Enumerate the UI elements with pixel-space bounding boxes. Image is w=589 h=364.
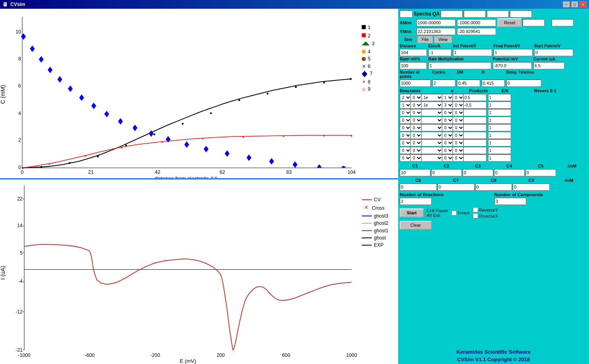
- r1-select-3[interactable]: 0 1 2 3: [400, 109, 412, 116]
- ek-input-3[interactable]: [463, 109, 486, 116]
- p2-select-4[interactable]: 0 1: [453, 117, 465, 124]
- e-select-3[interactable]: 1e 2e: [421, 109, 443, 116]
- reset-button[interactable]: Reset: [498, 18, 522, 27]
- spectra-checkbox-input[interactable]: [400, 10, 412, 18]
- e-select-8[interactable]: 1e 2e: [421, 147, 443, 154]
- start-button[interactable]: Start: [400, 208, 424, 217]
- reversey-checkbox[interactable]: [473, 207, 478, 212]
- rev-input-9[interactable]: [488, 154, 511, 162]
- h-input[interactable]: [482, 80, 505, 87]
- mult-input[interactable]: [428, 62, 491, 69]
- p1-select-8[interactable]: 0 1 2 3: [442, 147, 454, 154]
- ek-input-1[interactable]: [463, 94, 486, 101]
- num-reactions-input[interactable]: [400, 198, 432, 205]
- r2-select-7[interactable]: 0 1 2: [410, 139, 422, 146]
- rev-input-2[interactable]: [488, 101, 511, 109]
- c4-input[interactable]: [494, 169, 525, 176]
- tab-sim[interactable]: Sim: [400, 36, 416, 43]
- init-input[interactable]: [453, 49, 492, 56]
- xm1-input[interactable]: [416, 19, 455, 26]
- r1-select-1[interactable]: 0 1 2 3: [400, 94, 412, 101]
- r1-select-2[interactable]: 0 1 2 3: [400, 101, 412, 109]
- rate-input[interactable]: [400, 62, 427, 69]
- p2-select-7[interactable]: 0 1: [453, 139, 465, 146]
- p1-select-1[interactable]: 0 1 2 3: [442, 94, 454, 101]
- ek-input-9[interactable]: [463, 154, 486, 162]
- c5-input[interactable]: [525, 169, 556, 176]
- p2-select-2[interactable]: 0 1: [453, 101, 465, 109]
- r2-select-5[interactable]: 0 1 2: [410, 124, 422, 131]
- c1-input[interactable]: [400, 169, 430, 176]
- p1-select-2[interactable]: 0 1 2 3: [442, 101, 454, 109]
- r2-select-2[interactable]: 0 1 2: [410, 101, 422, 109]
- tab-file[interactable]: File: [417, 36, 433, 43]
- e-select-2[interactable]: 1e 2e: [421, 101, 443, 109]
- maximize-button[interactable]: □: [571, 1, 578, 8]
- r1-select-4[interactable]: 0 1 2 3: [400, 117, 412, 124]
- minimize-button[interactable]: −: [563, 1, 570, 8]
- c8-input[interactable]: [475, 183, 512, 191]
- ek-input-8[interactable]: [463, 147, 486, 154]
- extra1[interactable]: [523, 19, 544, 26]
- e-select-1[interactable]: 1e 2e: [421, 94, 443, 101]
- r1-select-6[interactable]: 0 1 2 3: [400, 132, 412, 139]
- p2-select-5[interactable]: 0 1: [453, 124, 465, 131]
- rev-input-4[interactable]: [488, 117, 511, 124]
- final-input[interactable]: [494, 49, 533, 56]
- r2-select-3[interactable]: 0 1 2: [410, 109, 422, 116]
- p2-select-6[interactable]: 0 1: [453, 132, 465, 139]
- r2-select-6[interactable]: 0 1 2: [410, 132, 422, 139]
- spectra-value-input[interactable]: [441, 10, 463, 18]
- c7-input[interactable]: [437, 183, 474, 191]
- r2-select-9[interactable]: 0 1 2: [410, 154, 422, 162]
- spectra-value4-input[interactable]: [510, 10, 532, 18]
- rev-input-8[interactable]: [488, 147, 511, 154]
- distance-input[interactable]: [400, 49, 427, 56]
- r1-select-7[interactable]: 0 1 2 3: [400, 139, 412, 146]
- r1-select-9[interactable]: 0 1 2 3: [400, 154, 412, 162]
- p1-select-6[interactable]: 0 1 2 3: [442, 132, 454, 139]
- r2-select-1[interactable]: 0 1 2: [410, 94, 422, 101]
- ek-input-7[interactable]: [463, 139, 486, 146]
- c2-input[interactable]: [431, 169, 462, 176]
- start-input[interactable]: [534, 49, 573, 56]
- ek-input-5[interactable]: [463, 124, 486, 131]
- clear-button[interactable]: Clear: [400, 221, 432, 230]
- extra2[interactable]: [552, 19, 573, 26]
- rev-input-1[interactable]: [488, 94, 511, 101]
- r2-select-8[interactable]: 0 1 2: [410, 147, 422, 154]
- r1-select-5[interactable]: 0 1 2 3: [400, 124, 412, 131]
- p1-select-5[interactable]: 0 1 2 3: [442, 124, 454, 131]
- e-select-9[interactable]: 1e 2e: [421, 154, 443, 162]
- e-select-6[interactable]: 1e 2e: [421, 132, 443, 139]
- ym1-input[interactable]: [416, 28, 455, 35]
- current-input[interactable]: [533, 62, 564, 69]
- p2-select-3[interactable]: 0 1: [453, 109, 465, 116]
- e-select-5[interactable]: 1e 2e: [421, 124, 443, 131]
- elec-input[interactable]: [428, 49, 451, 56]
- spectra-value3-input[interactable]: [487, 10, 509, 18]
- ym2-input[interactable]: [457, 28, 496, 35]
- cycles-input[interactable]: [432, 80, 455, 87]
- xm2-input[interactable]: [457, 19, 496, 26]
- r2-select-4[interactable]: 0 1 2: [410, 117, 422, 124]
- p1-select-3[interactable]: 0 1 2 3: [442, 109, 454, 116]
- potential-input[interactable]: [493, 62, 532, 69]
- rev-input-7[interactable]: [488, 139, 511, 146]
- ek-input-6[interactable]: [463, 132, 486, 139]
- timex-checkbox[interactable]: [451, 210, 457, 216]
- p1-select-7[interactable]: 0 1 2 3: [442, 139, 454, 146]
- rev-input-6[interactable]: [488, 132, 511, 139]
- dm-input[interactable]: [457, 80, 480, 87]
- ek-input-2[interactable]: [463, 101, 486, 109]
- c9-input[interactable]: [513, 183, 550, 191]
- close-button[interactable]: ✕: [579, 1, 587, 8]
- e-select-7[interactable]: 1e 2e: [421, 139, 443, 146]
- e-select-4[interactable]: 1e 2e: [421, 117, 443, 124]
- c3-input[interactable]: [463, 169, 493, 176]
- numpoints-input[interactable]: [400, 80, 431, 87]
- delay-input[interactable]: [506, 80, 541, 87]
- reversex-checkbox[interactable]: [473, 213, 478, 218]
- ek-input-4[interactable]: [463, 117, 486, 124]
- p1-select-4[interactable]: 0 1 2 3: [442, 117, 454, 124]
